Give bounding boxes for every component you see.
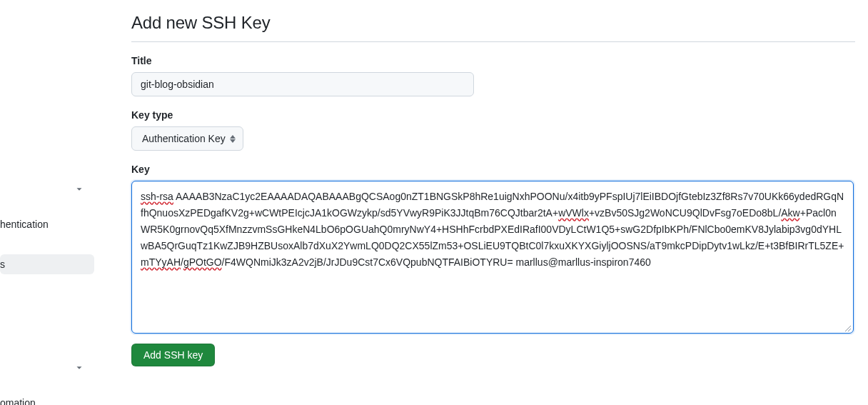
chevron-down-icon[interactable] [74,184,84,194]
keytype-label: Key type [131,109,855,121]
keytype-selected-value: Authentication Key [142,133,226,144]
main-content: Add new SSH Key Title Key type Authentic… [131,13,855,366]
sidebar-item-keys[interactable]: s [0,254,94,274]
select-caret-icon [230,135,236,143]
add-ssh-key-button[interactable]: Add SSH key [131,344,215,366]
field-group-key: Key ssh-rsa AAAAB3NzaC1yc2EAAAADAQABAAAB… [131,164,855,334]
sidebar-item-authentication[interactable]: hentication [0,214,94,234]
title-label: Title [131,55,855,66]
sidebar-item-label: hentication [0,219,49,230]
sidebar-item-automation[interactable]: omation [0,393,94,405]
key-textarea-content: ssh-rsa AAAAB3NzaC1yc2EAAAADAQABAAABgQCS… [141,189,844,271]
keytype-select[interactable]: Authentication Key [131,126,243,151]
resize-grip-icon[interactable] [843,323,852,331]
page-title: Add new SSH Key [131,13,855,42]
field-group-keytype: Key type Authentication Key [131,109,855,151]
chevron-down-icon[interactable] [74,363,84,373]
key-textarea[interactable]: ssh-rsa AAAAB3NzaC1yc2EAAAADAQABAAABgQCS… [131,181,854,334]
field-group-title: Title [131,55,855,96]
title-input[interactable] [131,72,474,96]
sidebar-item-label: omation [0,397,36,405]
key-label: Key [131,164,855,175]
sidebar-item-label: s [0,259,5,270]
sidebar: hentication s omation [0,0,94,405]
